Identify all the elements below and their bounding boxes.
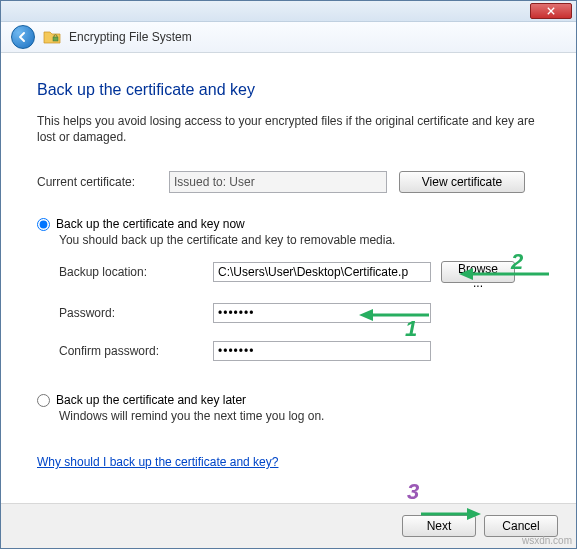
current-cert-label: Current certificate: <box>37 175 169 189</box>
svg-rect-2 <box>53 37 58 41</box>
radio-backup-now-row: Back up the certificate and key now <box>37 217 540 231</box>
cancel-button[interactable]: Cancel <box>484 515 558 537</box>
watermark: wsxdn.com <box>522 535 572 546</box>
current-cert-row: Current certificate: View certificate <box>37 171 540 193</box>
current-cert-field <box>169 171 387 193</box>
radio-backup-later[interactable] <box>37 394 50 407</box>
backup-location-label: Backup location: <box>37 265 213 279</box>
help-link[interactable]: Why should I back up the certificate and… <box>37 455 278 469</box>
backup-location-field[interactable] <box>213 262 431 282</box>
confirm-password-label: Confirm password: <box>37 344 213 358</box>
footer-bar: Next Cancel <box>1 503 576 548</box>
back-arrow-icon <box>17 31 29 43</box>
radio-backup-now-label: Back up the certificate and key now <box>56 217 245 231</box>
efs-folder-icon <box>43 29 61 45</box>
content-area: Back up the certificate and key This hel… <box>1 53 576 503</box>
radio-backup-now-sub: You should back up the certificate and k… <box>37 233 540 247</box>
wizard-window: Encrypting File System Back up the certi… <box>0 0 577 549</box>
confirm-password-field[interactable] <box>213 341 431 361</box>
password-label: Password: <box>37 306 213 320</box>
radio-backup-later-row: Back up the certificate and key later <box>37 393 540 407</box>
close-icon <box>547 7 555 15</box>
radio-backup-later-sub: Windows will remind you the next time yo… <box>37 409 540 423</box>
next-button[interactable]: Next <box>402 515 476 537</box>
radio-backup-now[interactable] <box>37 218 50 231</box>
close-button[interactable] <box>530 3 572 19</box>
confirm-password-row: Confirm password: <box>37 341 540 361</box>
view-certificate-button[interactable]: View certificate <box>399 171 525 193</box>
radio-backup-later-label: Back up the certificate and key later <box>56 393 246 407</box>
page-heading: Back up the certificate and key <box>37 81 540 99</box>
header-bar: Encrypting File System <box>1 22 576 53</box>
intro-text: This helps you avoid losing access to yo… <box>37 113 540 145</box>
browse-button[interactable]: Browse ... <box>441 261 515 283</box>
backup-location-row: Backup location: Browse ... <box>37 261 540 283</box>
titlebar <box>1 1 576 22</box>
password-field[interactable] <box>213 303 431 323</box>
back-button[interactable] <box>11 25 35 49</box>
header-title: Encrypting File System <box>69 30 192 44</box>
password-row: Password: <box>37 303 540 323</box>
